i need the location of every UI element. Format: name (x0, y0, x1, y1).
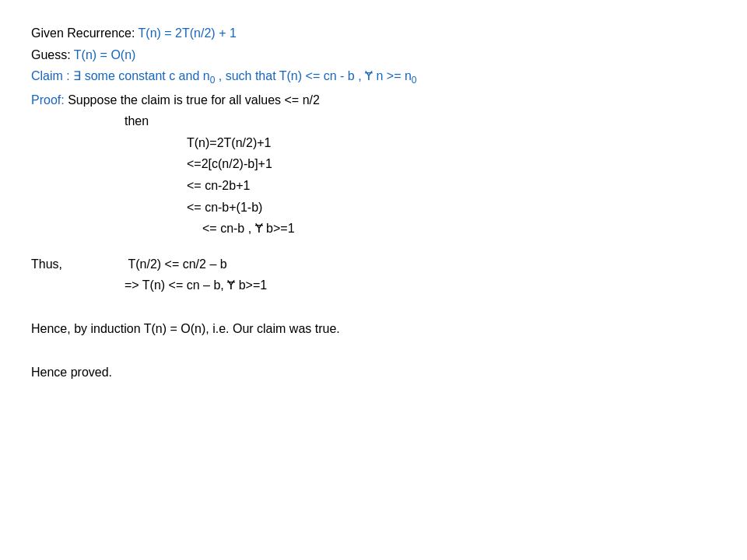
proof-start-line: Proof: Suppose the claim is true for all… (31, 90, 716, 110)
step2-line: <=2[c(n/2)-b]+1 (31, 154, 716, 174)
then-word: then (124, 114, 149, 128)
given-equation: T(n) = 2T(n/2) + 1 (139, 26, 237, 40)
step3-text: <= cn-2b+1 (187, 179, 250, 192)
step3-line: <= cn-2b+1 (31, 176, 716, 196)
hence-induction-line: Hence, by induction T(n) = O(n), i.e. Ou… (31, 319, 716, 339)
step5-line: <= cn-b , Ɏ b>=1 (31, 219, 716, 239)
claim-label: Claim : ∃ some constant c and n0 , such … (31, 69, 417, 82)
step1-text: T(n)=2T(n/2)+1 (187, 136, 271, 149)
given-label: Given Recurrence: (31, 26, 139, 40)
implies-text: => T(n) <= cn – b, Ɏ b>=1 (124, 278, 267, 292)
step2-text: <=2[c(n/2)-b]+1 (187, 157, 272, 170)
thus-line: Thus, T(n/2) <= cn/2 – b (31, 254, 716, 275)
step1-line: T(n)=2T(n/2)+1 (31, 133, 716, 153)
hence-proved-line: Hence proved. (31, 362, 716, 383)
thus-spacing: T(n/2) <= cn/2 – b (65, 257, 226, 271)
hence-proved-text: Hence proved. (31, 366, 112, 379)
step4-line: <= cn-b+(1-b) (31, 198, 716, 218)
given-recurrence-line: Given Recurrence: T(n) = 2T(n/2) + 1 (31, 23, 716, 44)
proof-text: Suppose the claim is true for all values… (68, 93, 320, 107)
guess-line: Guess: T(n) = O(n) (31, 45, 716, 65)
step4-text: <= cn-b+(1-b) (187, 201, 262, 214)
guess-value: T(n) = O(n) (74, 48, 136, 61)
step5-text: <= cn-b , Ɏ b>=1 (202, 222, 295, 235)
implies-line: => T(n) <= cn – b, Ɏ b>=1 (31, 275, 716, 296)
hence-induction-text: Hence, by induction T(n) = O(n), i.e. Ou… (31, 322, 340, 335)
main-content: Given Recurrence: T(n) = 2T(n/2) + 1 Gue… (31, 23, 716, 382)
claim-line: Claim : ∃ some constant c and n0 , such … (31, 66, 716, 88)
guess-label: Guess: (31, 48, 74, 61)
then-line: then (31, 111, 716, 131)
thus-label: Thus, (31, 257, 62, 271)
proof-label: Proof: (31, 93, 68, 107)
